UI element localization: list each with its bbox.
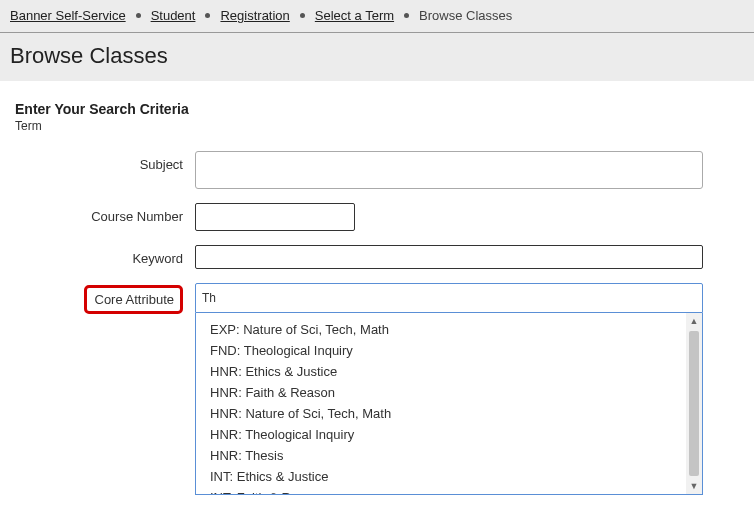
keyword-row: Keyword — [15, 245, 739, 269]
subject-row: Subject — [15, 151, 739, 189]
scrollbar[interactable]: ▲ ▼ — [686, 313, 702, 494]
dropdown-option[interactable]: HNR: Ethics & Justice — [210, 361, 686, 382]
dropdown-option[interactable]: INT: Faith & Reason — [210, 487, 686, 494]
subject-label: Subject — [15, 151, 195, 172]
core-attribute-input[interactable] — [195, 283, 703, 313]
breadcrumb-student[interactable]: Student — [151, 8, 196, 23]
criteria-heading: Enter Your Search Criteria — [15, 101, 739, 117]
page-title: Browse Classes — [10, 43, 168, 68]
dropdown-option[interactable]: HNR: Thesis — [210, 445, 686, 466]
course-number-row: Course Number — [15, 203, 739, 231]
page-title-bar: Browse Classes — [0, 33, 754, 81]
scroll-down-icon[interactable]: ▼ — [686, 478, 702, 494]
keyword-input[interactable] — [195, 245, 703, 269]
scroll-thumb[interactable] — [689, 331, 699, 476]
core-attribute-combobox[interactable]: EXP: Nature of Sci, Tech, Math FND: Theo… — [195, 283, 703, 313]
breadcrumb: Banner Self-Service Student Registration… — [0, 0, 754, 32]
scroll-up-icon[interactable]: ▲ — [686, 313, 702, 329]
course-number-input[interactable] — [195, 203, 355, 231]
core-attribute-dropdown: EXP: Nature of Sci, Tech, Math FND: Theo… — [195, 313, 703, 495]
subject-input[interactable] — [195, 151, 703, 189]
dropdown-option[interactable]: INT: Ethics & Justice — [210, 466, 686, 487]
breadcrumb-select-a-term[interactable]: Select a Term — [315, 8, 394, 23]
dropdown-option[interactable]: FND: Theological Inquiry — [210, 340, 686, 361]
dropdown-option[interactable]: HNR: Faith & Reason — [210, 382, 686, 403]
search-form: Enter Your Search Criteria Term Subject … — [0, 81, 754, 314]
core-attribute-label: Core Attribute — [84, 285, 184, 314]
keyword-label: Keyword — [15, 245, 195, 266]
dropdown-list: EXP: Nature of Sci, Tech, Math FND: Theo… — [196, 313, 686, 494]
breadcrumb-separator-icon — [404, 13, 409, 18]
dropdown-option[interactable]: HNR: Nature of Sci, Tech, Math — [210, 403, 686, 424]
dropdown-option[interactable]: EXP: Nature of Sci, Tech, Math — [210, 319, 686, 340]
term-label: Term — [15, 119, 739, 133]
breadcrumb-separator-icon — [136, 13, 141, 18]
dropdown-option[interactable]: HNR: Theological Inquiry — [210, 424, 686, 445]
breadcrumb-banner-self-service[interactable]: Banner Self-Service — [10, 8, 126, 23]
course-number-label: Course Number — [15, 203, 195, 224]
breadcrumb-registration[interactable]: Registration — [220, 8, 289, 23]
breadcrumb-browse-classes: Browse Classes — [419, 8, 512, 23]
breadcrumb-separator-icon — [205, 13, 210, 18]
core-attribute-row: Core Attribute EXP: Nature of Sci, Tech,… — [15, 283, 739, 314]
breadcrumb-separator-icon — [300, 13, 305, 18]
